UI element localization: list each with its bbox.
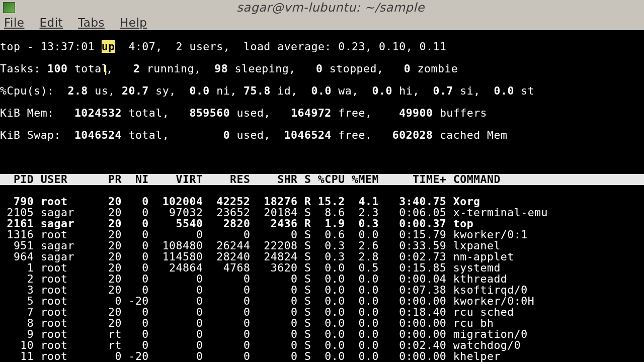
process-row: 9 root rt 0 0 0 0 S 0.0 0.0 0:00.00 migr…	[0, 329, 644, 340]
process-row: 3 root 20 0 0 0 0 S 0.0 0.0 0:07.38 ksof…	[0, 285, 644, 296]
process-row: 7 root 20 0 0 0 0 S 0.0 0.0 0:18.40 rcu_…	[0, 307, 644, 318]
menu-file[interactable]: File	[4, 17, 25, 28]
highlight-up: up	[102, 40, 115, 53]
process-row: 964 sagar 20 0 114580 28240 24824 S 0.3 …	[0, 251, 644, 262]
top-cpu-line: %Cpu(s): 2.8 us, 20.7 sy, 0.0 ni, 75.8 i…	[0, 85, 644, 97]
menu-bar: File Edit Tabs Help	[0, 15, 644, 30]
process-row: 1316 root 20 0 0 0 0 S 0.6 0.0 0:15.79 k…	[0, 229, 644, 240]
top-tasks-line: Tasks: 100 total, 2 running, 98 sleeping…	[0, 63, 644, 74]
process-row: 951 sagar 20 0 108480 26244 22208 S 0.3 …	[0, 240, 644, 251]
top-summary-line1: top - 13:37:01 up 4:07, 2 users, load av…	[0, 41, 644, 52]
process-row: 1 root 20 0 24864 4768 3620 S 0.0 0.5 0:…	[0, 262, 644, 274]
process-header: PID USER PR NI VIRT RES SHR S %CPU %MEM …	[0, 174, 644, 185]
window-title: sagar@vm-lubuntu: ~/sample	[20, 2, 641, 13]
window-titlebar: sagar@vm-lubuntu: ~/sample	[0, 0, 644, 15]
process-row: 2 root 20 0 0 0 0 S 0.0 0.0 0:00.04 kthr…	[0, 274, 644, 285]
process-row: 11 root 0 -20 0 0 0 S 0.0 0.0 0:00.00 kh…	[0, 351, 644, 362]
process-row: 790 root 20 0 102004 42252 18276 R 15.2 …	[0, 196, 644, 207]
process-row: 10 root rt 0 0 0 0 S 0.0 0.0 0:02.40 wat…	[0, 340, 644, 351]
menu-edit[interactable]: Edit	[40, 17, 63, 28]
process-row: 2161 sagar 20 0 5540 2820 2436 R 1.9 0.3…	[0, 218, 644, 229]
blank-line	[0, 152, 644, 163]
menu-tabs[interactable]: Tabs	[78, 17, 105, 28]
menu-help[interactable]: Help	[120, 17, 147, 28]
terminal-output[interactable]: top - 13:37:01 up 4:07, 2 users, load av…	[0, 30, 644, 362]
process-row: 8 root 20 0 0 0 0 S 0.0 0.0 0:00.00 rcu_…	[0, 318, 644, 329]
process-row: 5 root 0 -20 0 0 0 S 0.0 0.0 0:00.00 kwo…	[0, 296, 644, 307]
terminal-icon	[3, 2, 15, 13]
top-swap-line: KiB Swap: 1046524 total, 0 used, 1046524…	[0, 130, 644, 141]
process-row: 2105 sagar 20 0 97032 23652 20184 S 8.6 …	[0, 207, 644, 218]
top-mem-line: KiB Mem: 1024532 total, 859560 used, 164…	[0, 108, 644, 119]
